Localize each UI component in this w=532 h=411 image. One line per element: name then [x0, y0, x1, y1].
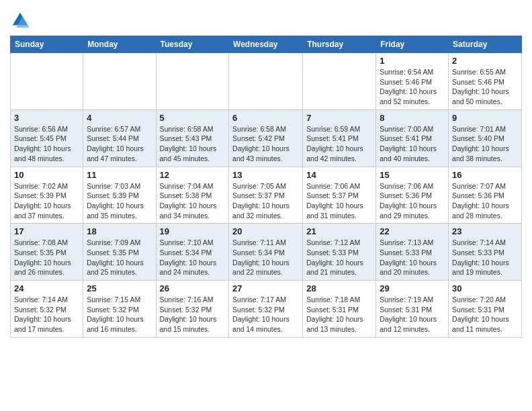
day-info: Sunrise: 7:17 AMSunset: 5:32 PMDaylight:…	[232, 295, 299, 334]
day-number: 1	[380, 56, 445, 66]
day-number: 17	[14, 226, 79, 236]
calendar-cell: 9Sunrise: 7:01 AMSunset: 5:40 PMDaylight…	[449, 109, 522, 167]
calendar-header-row: SundayMondayTuesdayWednesdayThursdayFrid…	[11, 36, 522, 53]
calendar-cell: 8Sunrise: 7:00 AMSunset: 5:41 PMDaylight…	[376, 109, 449, 167]
calendar-cell: 19Sunrise: 7:10 AMSunset: 5:34 PMDayligh…	[156, 224, 229, 281]
calendar-cell: 25Sunrise: 7:15 AMSunset: 5:32 PMDayligh…	[83, 281, 156, 338]
day-info: Sunrise: 7:12 AMSunset: 5:33 PMDaylight:…	[306, 238, 372, 277]
day-info: Sunrise: 7:10 AMSunset: 5:34 PMDaylight:…	[160, 238, 226, 277]
day-info: Sunrise: 7:01 AMSunset: 5:40 PMDaylight:…	[452, 124, 518, 164]
day-number: 27	[232, 283, 299, 293]
day-info: Sunrise: 6:55 AMSunset: 5:46 PMDaylight:…	[452, 67, 518, 107]
day-number: 15	[380, 170, 445, 180]
day-number: 7	[306, 113, 372, 123]
calendar-cell: 5Sunrise: 6:58 AMSunset: 5:43 PMDaylight…	[156, 109, 229, 167]
calendar-row-1: 1Sunrise: 6:54 AMSunset: 5:46 PMDaylight…	[11, 53, 522, 110]
calendar-cell: 2Sunrise: 6:55 AMSunset: 5:46 PMDaylight…	[449, 53, 522, 110]
day-number: 5	[160, 113, 226, 123]
calendar-cell: 11Sunrise: 7:03 AMSunset: 5:39 PMDayligh…	[83, 167, 156, 224]
calendar-cell: 30Sunrise: 7:20 AMSunset: 5:31 PMDayligh…	[449, 281, 522, 338]
day-info: Sunrise: 7:08 AMSunset: 5:35 PMDaylight:…	[14, 238, 79, 277]
day-info: Sunrise: 7:03 AMSunset: 5:39 PMDaylight:…	[87, 181, 152, 221]
day-number: 22	[380, 226, 445, 236]
weekday-header-sunday: Sunday	[11, 36, 83, 53]
day-number: 10	[14, 170, 79, 180]
day-info: Sunrise: 7:05 AMSunset: 5:37 PMDaylight:…	[232, 181, 299, 221]
weekday-header-friday: Friday	[376, 36, 449, 53]
calendar-row-4: 17Sunrise: 7:08 AMSunset: 5:35 PMDayligh…	[11, 224, 522, 281]
day-number: 29	[380, 283, 445, 293]
day-info: Sunrise: 7:06 AMSunset: 5:36 PMDaylight:…	[380, 181, 445, 221]
day-info: Sunrise: 7:15 AMSunset: 5:32 PMDaylight:…	[87, 295, 152, 334]
day-number: 3	[14, 113, 79, 123]
logo-icon	[10, 10, 30, 30]
calendar-cell	[229, 53, 303, 110]
calendar-cell: 6Sunrise: 6:58 AMSunset: 5:42 PMDaylight…	[229, 109, 303, 167]
calendar-cell: 16Sunrise: 7:07 AMSunset: 5:36 PMDayligh…	[449, 167, 522, 224]
calendar-cell	[83, 53, 156, 110]
calendar-cell	[303, 53, 376, 110]
day-info: Sunrise: 7:13 AMSunset: 5:33 PMDaylight:…	[380, 238, 445, 277]
calendar-cell: 22Sunrise: 7:13 AMSunset: 5:33 PMDayligh…	[376, 224, 449, 281]
day-number: 18	[87, 226, 152, 236]
day-number: 26	[160, 283, 226, 293]
day-number: 13	[232, 170, 299, 180]
day-info: Sunrise: 7:00 AMSunset: 5:41 PMDaylight:…	[380, 124, 445, 164]
day-info: Sunrise: 6:58 AMSunset: 5:43 PMDaylight:…	[160, 124, 226, 164]
day-number: 24	[14, 283, 79, 293]
day-number: 30	[452, 283, 518, 293]
calendar-cell: 1Sunrise: 6:54 AMSunset: 5:46 PMDaylight…	[376, 53, 449, 110]
calendar-cell: 21Sunrise: 7:12 AMSunset: 5:33 PMDayligh…	[303, 224, 376, 281]
calendar-cell: 29Sunrise: 7:19 AMSunset: 5:31 PMDayligh…	[376, 281, 449, 338]
calendar-row-3: 10Sunrise: 7:02 AMSunset: 5:39 PMDayligh…	[11, 167, 522, 224]
calendar-cell: 20Sunrise: 7:11 AMSunset: 5:34 PMDayligh…	[229, 224, 303, 281]
day-info: Sunrise: 6:56 AMSunset: 5:45 PMDaylight:…	[14, 124, 79, 164]
day-number: 12	[160, 170, 226, 180]
day-info: Sunrise: 7:19 AMSunset: 5:31 PMDaylight:…	[380, 295, 445, 334]
calendar-cell: 12Sunrise: 7:04 AMSunset: 5:38 PMDayligh…	[156, 167, 229, 224]
calendar-cell: 26Sunrise: 7:16 AMSunset: 5:32 PMDayligh…	[156, 281, 229, 338]
day-info: Sunrise: 6:59 AMSunset: 5:41 PMDaylight:…	[306, 124, 372, 164]
day-number: 14	[306, 170, 372, 180]
weekday-header-monday: Monday	[83, 36, 156, 53]
calendar-cell: 17Sunrise: 7:08 AMSunset: 5:35 PMDayligh…	[11, 224, 83, 281]
day-info: Sunrise: 7:14 AMSunset: 5:33 PMDaylight:…	[452, 238, 518, 277]
calendar-cell: 18Sunrise: 7:09 AMSunset: 5:35 PMDayligh…	[83, 224, 156, 281]
day-number: 9	[452, 113, 518, 123]
day-info: Sunrise: 7:04 AMSunset: 5:38 PMDaylight:…	[160, 181, 226, 221]
calendar-cell: 10Sunrise: 7:02 AMSunset: 5:39 PMDayligh…	[11, 167, 83, 224]
day-info: Sunrise: 7:11 AMSunset: 5:34 PMDaylight:…	[232, 238, 299, 277]
calendar-cell: 24Sunrise: 7:14 AMSunset: 5:32 PMDayligh…	[11, 281, 83, 338]
day-info: Sunrise: 7:09 AMSunset: 5:35 PMDaylight:…	[87, 238, 152, 277]
page-container: SundayMondayTuesdayWednesdayThursdayFrid…	[0, 0, 532, 341]
weekday-header-tuesday: Tuesday	[156, 36, 229, 53]
header	[10, 7, 522, 30]
calendar-cell: 3Sunrise: 6:56 AMSunset: 5:45 PMDaylight…	[11, 109, 83, 167]
calendar-cell: 14Sunrise: 7:06 AMSunset: 5:37 PMDayligh…	[303, 167, 376, 224]
calendar-cell: 27Sunrise: 7:17 AMSunset: 5:32 PMDayligh…	[229, 281, 303, 338]
day-info: Sunrise: 7:02 AMSunset: 5:39 PMDaylight:…	[14, 181, 79, 221]
weekday-header-saturday: Saturday	[449, 36, 522, 53]
day-number: 8	[380, 113, 445, 123]
day-info: Sunrise: 7:06 AMSunset: 5:37 PMDaylight:…	[306, 181, 372, 221]
day-number: 21	[306, 226, 372, 236]
calendar-row-5: 24Sunrise: 7:14 AMSunset: 5:32 PMDayligh…	[11, 281, 522, 338]
day-number: 11	[87, 170, 152, 180]
day-info: Sunrise: 7:18 AMSunset: 5:31 PMDaylight:…	[306, 295, 372, 334]
calendar-cell	[11, 53, 83, 110]
day-info: Sunrise: 7:07 AMSunset: 5:36 PMDaylight:…	[452, 181, 518, 221]
day-number: 4	[87, 113, 152, 123]
day-info: Sunrise: 6:58 AMSunset: 5:42 PMDaylight:…	[232, 124, 299, 164]
day-number: 20	[232, 226, 299, 236]
calendar-row-2: 3Sunrise: 6:56 AMSunset: 5:45 PMDaylight…	[11, 109, 522, 167]
calendar-cell: 15Sunrise: 7:06 AMSunset: 5:36 PMDayligh…	[376, 167, 449, 224]
day-number: 28	[306, 283, 372, 293]
calendar-cell	[156, 53, 229, 110]
day-info: Sunrise: 7:16 AMSunset: 5:32 PMDaylight:…	[160, 295, 226, 334]
day-info: Sunrise: 6:54 AMSunset: 5:46 PMDaylight:…	[380, 67, 445, 107]
calendar-cell: 28Sunrise: 7:18 AMSunset: 5:31 PMDayligh…	[303, 281, 376, 338]
day-number: 16	[452, 170, 518, 180]
day-number: 23	[452, 226, 518, 236]
day-number: 6	[232, 113, 299, 123]
day-info: Sunrise: 7:20 AMSunset: 5:31 PMDaylight:…	[452, 295, 518, 334]
